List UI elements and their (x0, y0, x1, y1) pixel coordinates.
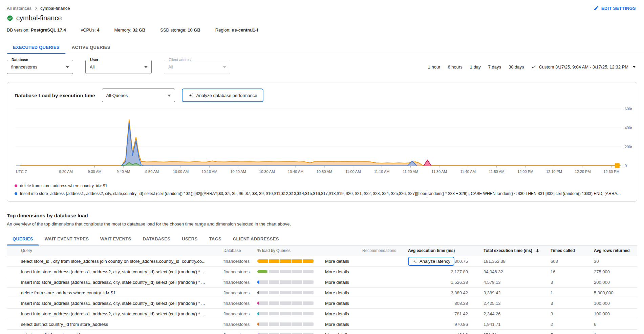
series-line-queries-orange (20, 119, 617, 165)
tab-executed-queries[interactable]: EXECUTED QUERIES (7, 41, 66, 54)
column-header-avg-execution[interactable]: Avg execution time (ms) (408, 248, 484, 253)
column-header-avg-rows[interactable]: Avg rows returned (594, 248, 637, 253)
more-details-link[interactable]: More details (325, 322, 362, 327)
database-cell: financestores (223, 311, 257, 316)
tab-databases[interactable]: DATABASES (137, 233, 176, 245)
chart-area: 0200ms400ms600ms9:20 AM9:30 AM9:40 AM9:5… (13, 106, 631, 180)
times-called-cell: 16 (551, 269, 594, 274)
more-details-link[interactable]: More details (325, 259, 362, 264)
table-row[interactable]: delete from store_address where country_… (7, 288, 637, 298)
page-title: cymbal-finance (16, 14, 62, 22)
analyze-database-performance-button[interactable]: Analyze database performance (182, 89, 263, 102)
series-line-insert-into-store_address-blue (121, 123, 417, 166)
x-axis-label: 12:30 PM (603, 170, 619, 174)
edit-settings-button[interactable]: EDIT SETTINGS (594, 5, 636, 11)
x-axis-label: 11:00 AM (345, 170, 361, 174)
more-details-link[interactable]: More details (325, 280, 362, 285)
database-cell: financestores (223, 301, 257, 306)
more-details-link[interactable]: More details (325, 311, 362, 316)
filter-label: User (89, 58, 100, 62)
database-cell: financestores (223, 290, 257, 295)
avg-rows-cell: 200,000 (594, 280, 637, 285)
load-bar-fill (257, 312, 259, 315)
meta-item: Memory: 32 GB (114, 27, 146, 33)
filters: DatabasefinancestoresUserAllClient addre… (7, 60, 230, 74)
total-execution-cell: 1,941.71 (484, 322, 551, 327)
table-row[interactable]: Insert into store_address (address1, add… (7, 277, 637, 288)
tab-users[interactable]: USERS (176, 233, 203, 245)
tab-wait-events[interactable]: WAIT EVENTS (94, 233, 137, 245)
column-header-database[interactable]: Database (223, 248, 257, 253)
breadcrumb-all-instances[interactable]: All instances (7, 6, 31, 11)
load-cell (257, 280, 325, 284)
tab-client-addresses[interactable]: CLIENT ADDRESSES (227, 233, 285, 245)
x-axis-label: 9:30 AM (88, 170, 101, 174)
filter-row: DatabasefinancestoresUserAllClient addre… (0, 54, 644, 74)
series-area-insert-into-store_address-blue (121, 123, 417, 166)
page-tabs: EXECUTED QUERIESACTIVE QUERIES (0, 41, 644, 54)
table-row[interactable]: select count(*) from store_address finan… (7, 330, 637, 334)
load-bar (257, 322, 314, 326)
more-details-link[interactable]: More details (325, 332, 362, 334)
more-details-link[interactable]: More details (325, 301, 362, 306)
table-row[interactable]: select distinct country_id from store_ad… (7, 319, 637, 330)
legend-item: Insert into store_address (address1, add… (15, 191, 629, 196)
time-range-1-day[interactable]: 1 day (470, 64, 481, 70)
healthy-status-icon (7, 15, 13, 21)
meta-label: DB version: (7, 27, 31, 33)
column-header-total-execution[interactable]: Total execution time (ms) (484, 248, 551, 253)
time-range-custom[interactable]: Custom 3/17/25, 9:04 AM - 3/17/25, 12:32… (531, 64, 636, 70)
column-header-times-called[interactable]: Times called (551, 248, 594, 253)
time-range-7-days[interactable]: 7 days (488, 64, 501, 70)
x-axis-label: 9:20 AM (59, 170, 73, 174)
top-dimensions-section: Top dimensions by database load An overv… (7, 213, 637, 334)
table-row[interactable]: Insert into store_address (address1, add… (7, 267, 637, 277)
y-axis-label: 200ms (625, 145, 632, 149)
table-row[interactable]: Insert into store_address (address1, add… (7, 309, 637, 319)
x-axis-label: 11:40 AM (460, 170, 476, 174)
title-row: cymbal-finance (0, 11, 644, 22)
page: All instances cymbal-finance EDIT SETTIN… (0, 0, 644, 334)
load-chart-svg[interactable]: 0200ms400ms600ms9:20 AM9:30 AM9:40 AM9:5… (13, 106, 632, 179)
avg-rows-cell: 6 (594, 322, 637, 327)
filter-database[interactable]: Databasefinancestores (7, 60, 73, 74)
x-axis-label: 10:10 AM (201, 170, 217, 174)
query-cell: Insert into store_address (address1, add… (7, 311, 223, 316)
total-execution-cell: 34,046.32 (484, 269, 551, 274)
time-range-30-days[interactable]: 30 days (508, 64, 524, 70)
chart-legend: delete from store_address where country_… (13, 181, 631, 199)
avg-execution-cell: 781.42 (408, 311, 484, 316)
analyze-latency-button[interactable]: Analyze latency (408, 257, 454, 266)
chevron-right-icon (34, 6, 38, 11)
meta-item: SSD storage: 10 GB (160, 27, 200, 33)
tab-queries[interactable]: QUERIES (7, 233, 39, 245)
column-header-recommendations[interactable]: Recommendations (362, 248, 408, 253)
tab-active-queries[interactable]: ACTIVE QUERIES (66, 41, 116, 54)
meta-value: PostgreSQL 17.4 (31, 27, 66, 33)
times-called-cell: 2 (551, 322, 594, 327)
time-range-1-hour[interactable]: 1 hour (428, 64, 441, 70)
column-header-load[interactable]: % load by Queries (257, 248, 362, 253)
table-header: Query Database % load by Queries Recomme… (7, 245, 637, 256)
tab-wait-event-types[interactable]: WAIT EVENT TYPES (39, 233, 94, 245)
table-row[interactable]: Insert into store_address (address1, add… (7, 298, 637, 309)
tab-tags[interactable]: TAGS (203, 233, 227, 245)
column-header-query[interactable]: Query (7, 248, 223, 253)
filter-user[interactable]: UserAll (85, 60, 152, 74)
load-bar-fill (257, 301, 259, 305)
x-axis-label: 10:40 AM (288, 170, 303, 174)
more-details-link[interactable]: More details (325, 269, 362, 274)
check-icon (531, 64, 536, 70)
table-row[interactable]: select store_id , city from store_addres… (7, 256, 637, 267)
total-execution-cell: 3,389.42 (484, 290, 551, 295)
x-axis-label: 12:00 PM (517, 170, 533, 174)
more-details-link[interactable]: More details (325, 290, 362, 295)
top-dimensions-description: An overview of the top dimensions that c… (7, 221, 637, 227)
filter-value: All (90, 64, 94, 70)
filter-label: Database (10, 58, 29, 62)
time-range-6-hours[interactable]: 6 hours (447, 64, 463, 70)
x-axis-label: 10:50 AM (317, 170, 332, 174)
time-range: 1 hour6 hours1 day7 days30 days Custom 3… (428, 64, 636, 70)
query-filter-select[interactable]: All Queries (102, 89, 175, 102)
avg-execution-cell: 1,526.38 (408, 280, 484, 285)
